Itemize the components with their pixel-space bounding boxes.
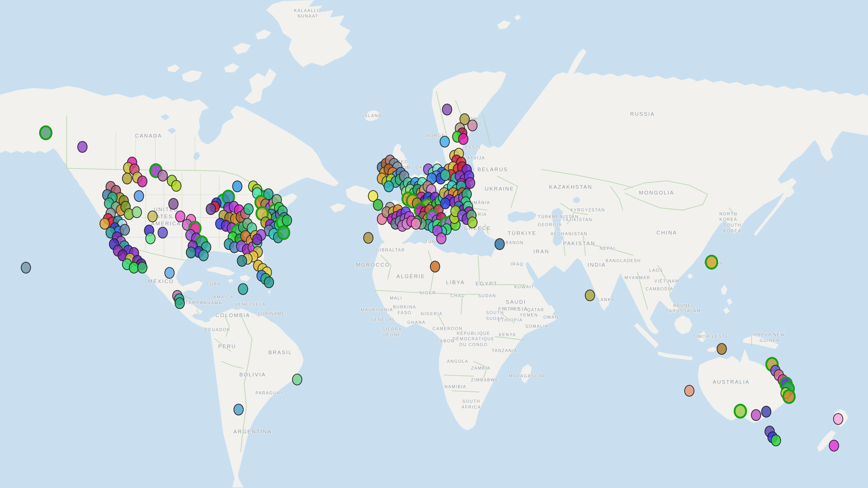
map-marker[interactable] [145,232,155,244]
map-marker[interactable] [78,141,88,153]
map-marker[interactable] [244,203,254,215]
map-marker[interactable] [467,120,477,131]
map-marker[interactable] [206,203,216,215]
map-marker[interactable] [264,276,274,288]
map-marker[interactable] [164,267,175,279]
map-marker[interactable] [782,389,796,404]
map-marker[interactable] [761,406,772,418]
map-marker[interactable] [282,214,292,226]
map-marker[interactable] [384,181,394,192]
map-marker[interactable] [277,225,290,240]
map-marker[interactable] [705,255,718,269]
map-marker[interactable] [430,261,440,272]
map-marker[interactable] [373,199,383,211]
map-marker[interactable] [716,343,727,355]
map-marker[interactable] [465,177,475,189]
map-marker[interactable] [168,198,179,210]
map-marker[interactable] [234,403,244,415]
map-marker[interactable] [363,232,374,243]
map-marker[interactable] [186,247,196,258]
map-marker[interactable] [137,175,148,187]
map-marker[interactable] [232,181,243,192]
map-marker[interactable] [734,404,747,419]
map-marker[interactable] [21,262,31,274]
map-marker[interactable] [684,385,694,397]
map-marker[interactable] [467,217,477,228]
map-marker[interactable] [175,297,185,309]
map-marker[interactable] [158,227,168,239]
map-marker[interactable] [148,210,158,222]
map-marker[interactable] [237,255,247,267]
map-marker[interactable] [442,104,452,116]
map-marker[interactable] [440,197,451,209]
map-marker[interactable] [440,136,450,148]
map-marker[interactable] [829,440,839,451]
map-marker[interactable] [238,283,248,295]
map-marker[interactable] [458,133,468,145]
map-marker[interactable] [292,374,302,386]
map-marker[interactable] [440,169,451,181]
map-marker[interactable] [833,413,843,425]
map-marker[interactable] [39,125,52,140]
map-marker[interactable] [771,435,781,447]
map-marker[interactable] [134,190,144,202]
map-marker[interactable] [252,234,262,246]
map-marker[interactable] [122,172,132,184]
markers-layer [0,0,868,488]
map-marker[interactable] [436,232,446,244]
map-marker[interactable] [494,238,505,250]
world-map-canvas[interactable]: World map with colored location markers [0,0,868,488]
map-marker[interactable] [158,170,168,182]
map-marker[interactable] [137,262,148,274]
map-marker[interactable] [751,409,761,421]
map-marker[interactable] [171,180,181,192]
map-marker[interactable] [411,218,421,229]
map-marker[interactable] [132,206,142,218]
map-marker[interactable] [198,249,209,261]
map-marker[interactable] [585,290,595,301]
